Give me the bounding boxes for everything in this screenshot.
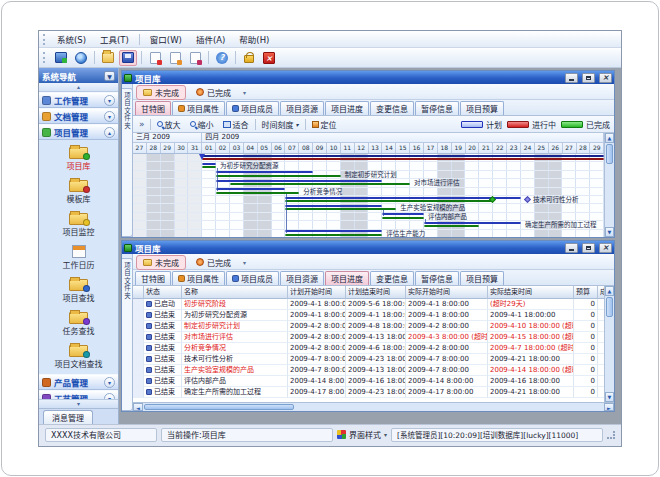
side-tab-project-folder[interactable]: 项目文件夹 <box>122 254 133 411</box>
tab-budget[interactable]: 项目预算 <box>460 271 504 285</box>
actual-bar[interactable] <box>285 200 493 202</box>
window-titlebar[interactable]: 项目库 <box>122 241 614 254</box>
menu-item-plugins[interactable]: 插件(A) <box>189 32 232 46</box>
exit-icon[interactable] <box>260 50 278 66</box>
side-tab-project-folder[interactable]: 项目文件夹 <box>122 84 133 237</box>
fit-button[interactable]: 适合 <box>220 118 252 131</box>
scroll-down-button[interactable] <box>605 227 614 237</box>
table-row[interactable]: 已启动初步研究阶段2009-4-1 8:00:002009-5-6 18:00:… <box>133 299 604 310</box>
tab-members[interactable]: 项目成员 <box>226 271 279 285</box>
sidebar-group-process-mgmt[interactable]: 工艺管理 <box>39 390 118 399</box>
table-row[interactable]: 已结束评估内部产品2009-4-14 8:00:002009-4-16 18:0… <box>133 376 604 387</box>
view-tab-complete[interactable]: 已完成 <box>189 85 238 100</box>
tab-members[interactable]: 项目成员 <box>226 101 279 115</box>
window-titlebar[interactable]: 项目库 <box>122 71 614 84</box>
sidebar-group-project-mgmt[interactable]: 项目管理 <box>39 124 118 140</box>
computer-icon[interactable] <box>52 50 70 66</box>
tab-progress[interactable]: 项目进度 <box>325 101 369 115</box>
interface-style-button[interactable]: 界面样式 <box>337 429 387 440</box>
overtime-bar[interactable] <box>202 158 604 160</box>
plan-bar[interactable] <box>382 213 424 215</box>
maximize-button[interactable] <box>582 73 595 83</box>
tab-pauses[interactable]: 暂停信息 <box>415 101 459 115</box>
scroll-thumb[interactable] <box>606 297 613 317</box>
scroll-thumb[interactable] <box>144 404 294 410</box>
view-tab-overflow-button[interactable] <box>243 89 246 96</box>
minimize-button[interactable] <box>565 73 578 83</box>
column-header-1[interactable]: 状态 <box>144 286 182 299</box>
column-header-4[interactable]: 计划结束时间 <box>346 286 406 299</box>
plan-bar[interactable] <box>202 163 216 165</box>
column-header-7[interactable]: 预算 <box>574 286 598 299</box>
sidebar-item-task-search[interactable]: 任务查找 <box>39 307 118 340</box>
maximize-button[interactable] <box>582 243 595 253</box>
sidebar-group-product-mgmt[interactable]: 产品管理 <box>39 374 118 390</box>
tab-budget[interactable]: 项目预算 <box>460 101 504 115</box>
menu-item-window[interactable]: 窗口(W) <box>143 32 189 46</box>
view-tab-incomplete[interactable]: 未完成 <box>136 255 186 270</box>
tab-changes[interactable]: 变更信息 <box>370 271 414 285</box>
resize-grip[interactable] <box>607 431 615 439</box>
tab-properties[interactable]: 项目属性 <box>172 271 225 285</box>
sidebar-more-button[interactable] <box>39 399 118 408</box>
table-row[interactable]: 已结束为初步研究分配资源2009-4-1 8:00:002009-4-1 18:… <box>133 310 604 321</box>
lock-icon[interactable] <box>240 50 258 66</box>
actual-bar[interactable] <box>285 208 396 210</box>
open-folder-icon[interactable] <box>99 50 117 66</box>
menu-item-system[interactable]: 系统(S) <box>50 32 93 46</box>
column-header-5[interactable]: 实际开始时间 <box>406 286 488 299</box>
tab-properties[interactable]: 项目属性 <box>172 101 225 115</box>
sidebar-group-doc-mgmt[interactable]: 文档管理 <box>39 108 118 124</box>
table-horizontal-scrollbar[interactable] <box>133 402 614 411</box>
scroll-down-button[interactable] <box>605 392 614 402</box>
plan-bar[interactable] <box>216 171 313 173</box>
scroll-up-button[interactable] <box>605 286 614 296</box>
table-row[interactable]: 已结束确定生产所需的加工过程2009-4-17 8:00:002009-4-23… <box>133 387 604 398</box>
sidebar-item-project-monitor[interactable]: 项目监控 <box>39 208 118 241</box>
table-row[interactable]: 已结束技术可行性分析2009-4-7 8:00:002009-4-23 18:0… <box>133 354 604 365</box>
actual-bar[interactable] <box>230 183 410 185</box>
actual-bar[interactable] <box>424 225 479 227</box>
plan-bar[interactable] <box>424 222 521 224</box>
column-header-0[interactable] <box>133 286 144 299</box>
plan-bar[interactable] <box>202 155 604 157</box>
help-icon[interactable] <box>213 50 231 66</box>
pin-icon[interactable] <box>104 71 115 81</box>
view-tab-overflow-button[interactable] <box>243 259 246 266</box>
plan-bar[interactable] <box>216 180 382 182</box>
table-vertical-scrollbar[interactable] <box>604 286 614 402</box>
sidebar-collapse-button[interactable] <box>39 83 118 92</box>
column-header-6[interactable]: 实际结束时间 <box>488 286 574 299</box>
report-pink-icon[interactable] <box>186 50 204 66</box>
gantt-vertical-scrollbar[interactable] <box>604 133 614 237</box>
chevron-up-icon[interactable] <box>104 127 115 138</box>
sidebar-item-project-library[interactable]: 项目库 <box>39 142 118 175</box>
table-row[interactable]: 已结束生产实验室规模的产品2009-4-7 8:00:002009-4-13 1… <box>133 365 604 376</box>
table-row[interactable]: 已结束对市场进行评估2009-4-2 8:00:002009-4-13 18:0… <box>133 332 604 343</box>
close-button[interactable] <box>599 73 612 83</box>
tab-message-management[interactable]: 消息管理 <box>43 410 93 424</box>
actual-bar[interactable] <box>382 217 424 219</box>
view-tab-incomplete[interactable]: 未完成 <box>136 85 186 100</box>
chevron-down-icon[interactable] <box>104 377 115 388</box>
plan-bar[interactable] <box>285 205 382 207</box>
save-icon[interactable] <box>119 50 137 66</box>
tab-gantt[interactable]: 甘特图 <box>135 271 171 285</box>
sidebar-item-template-library[interactable]: 模板库 <box>39 175 118 208</box>
minimize-button[interactable] <box>565 243 578 253</box>
sidebar-item-work-calendar[interactable]: 工作日历 <box>39 241 118 274</box>
tab-changes[interactable]: 变更信息 <box>370 101 414 115</box>
plan-bar[interactable] <box>285 230 382 232</box>
menu-item-tools[interactable]: 工具(T) <box>93 32 136 46</box>
zoom-out-button[interactable]: 缩小 <box>187 118 217 131</box>
scroll-left-button[interactable] <box>133 403 143 411</box>
locate-button[interactable]: 定位 <box>309 118 340 131</box>
sidebar-group-work-mgmt[interactable]: 工作管理 <box>39 92 118 108</box>
tab-progress[interactable]: 项目进度 <box>325 271 369 285</box>
table-row[interactable]: 已结束制定初步研究计划2009-4-2 8:00:002009-4-8 18:0… <box>133 321 604 332</box>
report-red-icon[interactable] <box>146 50 164 66</box>
zoom-in-button[interactable]: 放大 <box>154 118 184 131</box>
scroll-up-button[interactable] <box>605 133 614 143</box>
tab-resources[interactable]: 项目资源 <box>280 271 324 285</box>
tab-resources[interactable]: 项目资源 <box>280 101 324 115</box>
